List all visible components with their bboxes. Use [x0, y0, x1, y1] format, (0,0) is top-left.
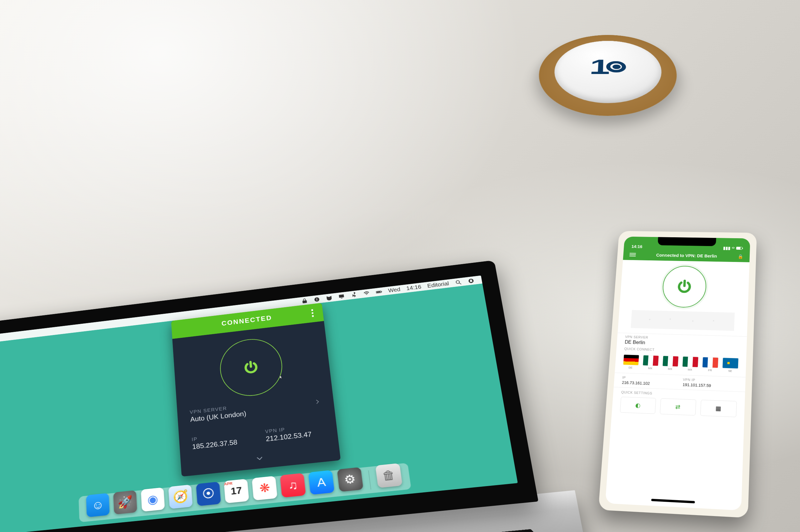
dock-app-chrome[interactable]: ◉ — [141, 487, 165, 512]
flag-fr-icon — [702, 358, 718, 368]
mac-dock: ☺🚀◉🧭⦿APR17❋♫A⚙🗑 — [78, 463, 411, 522]
dock-trash[interactable]: 🗑 — [375, 463, 402, 488]
flag-cc: mx — [648, 367, 652, 370]
phone-ip-value: 216.73.161.102 — [622, 380, 676, 387]
menubar-spotlight-icon[interactable] — [455, 279, 462, 286]
mug-logo-digit: 1 — [588, 56, 608, 79]
svg-rect-6 — [381, 291, 382, 292]
flag-mx-icon — [643, 356, 659, 366]
phone-time: 14:16 — [631, 244, 642, 249]
svg-rect-2 — [339, 294, 344, 298]
dock-app-finder[interactable]: ☺ — [86, 493, 110, 517]
menubar-1password-icon[interactable] — [313, 296, 320, 303]
flag-cc: mx — [668, 367, 672, 370]
world-map-graphic — [631, 310, 735, 331]
hamburger-menu-icon[interactable] — [630, 253, 636, 256]
dock-app-settings[interactable]: ⚙ — [337, 467, 364, 492]
phone-home-indicator[interactable] — [605, 492, 742, 511]
quick-setting-tile-1[interactable]: ◐ — [620, 397, 656, 414]
kebab-menu-icon[interactable] — [308, 309, 317, 318]
menubar-day: Wed — [388, 286, 401, 294]
phone-notch — [657, 237, 716, 246]
quick-setting-tile-2[interactable]: ⇄ — [660, 398, 696, 416]
flag-cc: fr — [708, 369, 712, 372]
vpn-power-button[interactable] — [218, 336, 285, 399]
mug-logo: 1 — [588, 56, 627, 79]
power-icon — [242, 359, 260, 375]
vpn-status-text: CONNECTED — [221, 315, 273, 327]
phone-power-button[interactable] — [661, 266, 707, 308]
flag-se-icon — [723, 358, 739, 369]
flag-mx-icon — [682, 357, 698, 367]
svg-line-8 — [459, 283, 461, 284]
dock-app-1password[interactable]: ⦿ — [196, 482, 221, 506]
dock-app-app-store[interactable]: A — [308, 470, 335, 495]
dock-app-safari[interactable]: 🧭 — [168, 484, 193, 509]
svg-point-7 — [456, 280, 460, 284]
chevron-down-icon — [255, 454, 265, 462]
signal-icon: ▮▮▮ — [723, 246, 730, 250]
laptop-screen: Wed 14:16 Editorial CONNECTED — [0, 276, 518, 532]
phone-appbar-title: Connected to VPN: DE Berlin — [636, 252, 738, 259]
flag-mx-icon — [662, 356, 678, 367]
menubar-lock-icon[interactable] — [301, 298, 308, 304]
dock-separator — [368, 471, 371, 490]
menubar-wifi-icon[interactable] — [363, 290, 370, 297]
dock-app-photos[interactable]: ❋ — [252, 476, 277, 500]
power-icon — [676, 279, 693, 294]
phone-appbar-lock-icon[interactable]: 🔒 — [738, 254, 743, 260]
dock-app-launchpad[interactable]: 🚀 — [113, 490, 137, 514]
menubar-battery-icon[interactable] — [375, 289, 382, 295]
mug: 1 — [539, 39, 676, 106]
dock-app-calendar[interactable]: APR17 — [224, 479, 249, 503]
quick-connect-flag-de[interactable]: de — [623, 355, 639, 370]
laptop: Wed 14:16 Editorial CONNECTED — [0, 257, 586, 532]
quick-connect-flag-se[interactable]: se — [722, 358, 738, 373]
menubar-display-icon[interactable] — [338, 293, 345, 300]
phone-screen: 14:16 ▮▮▮ ⌔ Connected to VPN: DE Berlin … — [605, 237, 750, 511]
quick-connect-flag-fr[interactable]: fr — [702, 358, 718, 373]
quick-setting-tile-3[interactable]: ▦ — [700, 400, 737, 417]
flag-cc: se — [728, 370, 732, 373]
menubar-user[interactable]: Editorial — [427, 281, 449, 289]
mug-logo-eye-icon — [606, 61, 626, 72]
quick-connect-flag-mx[interactable]: mx — [642, 356, 658, 370]
menubar-bluetooth-icon[interactable] — [350, 291, 358, 298]
menubar-pia-icon[interactable] — [467, 278, 475, 284]
vpn-panel: CONNECTED VPN SERVER Auto (UK London) — [171, 303, 341, 476]
flag-de-icon — [623, 355, 639, 365]
wifi-icon: ⌔ — [732, 246, 734, 251]
phone: 14:16 ▮▮▮ ⌔ Connected to VPN: DE Berlin … — [598, 231, 757, 518]
battery-icon — [736, 247, 742, 250]
quick-connect-flag-mx[interactable]: mx — [662, 356, 678, 371]
menubar-malwarebytes-icon[interactable] — [326, 295, 333, 301]
vpn-body: VPN SERVER Auto (UK London) IP 185.226.3… — [172, 321, 339, 458]
quick-settings-section: QUICK SETTINGS ◐ ⇄ ▦ — [612, 387, 745, 423]
svg-rect-3 — [341, 298, 343, 299]
phone-appbar: Connected to VPN: DE Berlin 🔒 — [623, 249, 750, 263]
menubar-time: 14:16 — [406, 284, 422, 291]
flag-cc: de — [629, 366, 633, 369]
dock-app-apple-music[interactable]: ♫ — [280, 473, 306, 498]
quick-connect-flag-mx[interactable]: mx — [682, 357, 698, 372]
flag-cc: mx — [688, 368, 692, 371]
chevron-right-icon — [313, 398, 322, 407]
laptop-bezel: Wed 14:16 Editorial CONNECTED — [0, 260, 539, 532]
phone-vpnip-value: 191.101.157.59 — [683, 382, 738, 389]
